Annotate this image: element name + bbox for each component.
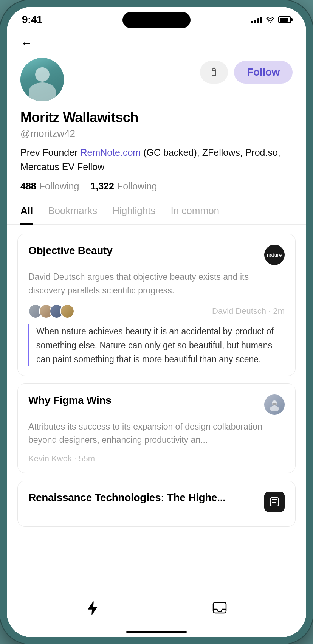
profile-actions: Follow (200, 58, 293, 84)
card3-title: Renaissance Technologies: The Highe... (28, 492, 264, 504)
profile-info: Moritz Wallawitsch @moritzw42 Prev Found… (7, 101, 306, 192)
card1-title: Objective Beauty (28, 245, 264, 257)
svg-rect-5 (270, 498, 279, 506)
status-icons (251, 16, 291, 23)
cards-container: Objective Beauty nature David Deutsch ar… (7, 225, 306, 527)
profile-stats: 488 Following 1,322 Following (20, 181, 293, 192)
card1-avatars (28, 304, 71, 318)
following-count: 488 (20, 181, 36, 192)
tab-in-common[interactable]: In common (170, 205, 219, 225)
svg-rect-1 (212, 70, 216, 76)
profile-bio: Prev Founder RemNote.com (GC backed), ZF… (20, 146, 293, 174)
card2-avatar (264, 394, 285, 415)
battery-fill (280, 18, 288, 22)
bio-prefix: Prev Founder (20, 147, 80, 158)
nature-logo: nature (264, 245, 285, 265)
mini-avatar-4 (60, 304, 74, 318)
followers-count: 1,322 (90, 181, 114, 192)
svg-point-0 (270, 22, 271, 23)
card2-author: Kevin Kwok · 55m (28, 454, 285, 464)
share-button[interactable] (200, 61, 228, 84)
bottom-nav (7, 590, 306, 627)
lightning-nav-button[interactable] (83, 597, 102, 619)
follow-button[interactable]: Follow (234, 61, 293, 84)
phone-screen: 9:41 (7, 7, 306, 637)
back-button[interactable]: ← (7, 29, 306, 54)
card1-quote: When nature achieves beauty it is an acc… (28, 324, 285, 366)
card2-title: Why Figma Wins (28, 394, 264, 407)
svg-point-2 (272, 400, 277, 406)
following-stat: 488 Following (20, 181, 79, 192)
dynamic-island (122, 12, 191, 28)
tab-all[interactable]: All (20, 205, 33, 225)
card2-header: Why Figma Wins (28, 394, 285, 415)
battery-icon (278, 16, 291, 23)
home-indicator (7, 627, 306, 637)
readwise-icon (269, 496, 280, 507)
back-arrow-icon: ← (20, 36, 33, 50)
card1-header: Objective Beauty nature (28, 245, 285, 265)
profile-handle: @moritzw42 (20, 128, 293, 140)
main-content: ← Follow (7, 29, 306, 590)
card1-description: David Deutsch argues that objective beau… (28, 270, 285, 297)
svg-point-3 (270, 406, 279, 411)
inbox-nav-button[interactable] (209, 598, 231, 618)
profile-header: Follow (7, 54, 306, 101)
lightning-icon (87, 601, 99, 615)
followers-stat: 1,322 Following (90, 181, 157, 192)
tabs-container: All Bookmarks Highlights In common (7, 194, 306, 225)
card1-meta: David Deutsch · 2m (28, 304, 285, 318)
wifi-icon (266, 17, 274, 23)
card2-description: Attributes its success to its expansion … (28, 420, 285, 447)
phone-frame: 9:41 (0, 0, 313, 644)
tab-highlights[interactable]: Highlights (112, 205, 155, 225)
signal-icon (251, 16, 262, 23)
card3-header: Renaissance Technologies: The Highe... (28, 492, 285, 512)
following-label: Following (39, 181, 79, 192)
card-figma-wins[interactable]: Why Figma Wins Attributes its success to… (17, 383, 296, 473)
svg-rect-4 (272, 403, 277, 405)
status-time: 9:41 (22, 14, 42, 26)
home-bar (126, 631, 187, 633)
profile-name: Moritz Wallawitsch (20, 110, 293, 126)
share-icon (209, 67, 219, 78)
card-objective-beauty[interactable]: Objective Beauty nature David Deutsch ar… (17, 234, 296, 376)
card3-icon (264, 492, 285, 512)
card1-author: David Deutsch · 2m (212, 306, 285, 316)
inbox-icon (212, 602, 227, 615)
card-renaissance[interactable]: Renaissance Technologies: The Highe... (17, 481, 296, 527)
followers-label: Following (117, 181, 157, 192)
avatar (20, 58, 64, 101)
nature-logo-text: nature (267, 252, 282, 258)
bio-link[interactable]: RemNote.com (80, 147, 141, 158)
tab-bookmarks[interactable]: Bookmarks (48, 205, 97, 225)
status-bar: 9:41 (7, 7, 306, 29)
